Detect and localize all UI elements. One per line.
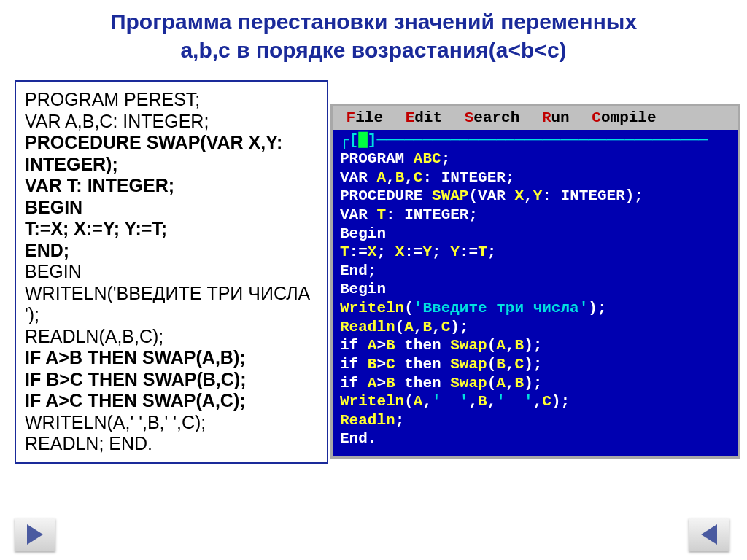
code-line: READLN; END.: [25, 433, 318, 455]
code-line: IF A>B THEN SWAP(A,B);: [25, 347, 318, 369]
ide-code-line: Begin: [340, 225, 730, 244]
ide-code-line: T:=X; X:=Y; Y:=T;: [340, 243, 730, 262]
ide-menubar: File Edit Search Run Compile: [333, 106, 738, 130]
code-line: VAR A,B,C: INTEGER;: [25, 111, 318, 133]
ide-editor: ┌[█]────────────────────────────────────…: [333, 130, 738, 456]
ide-code-line: VAR T: INTEGER;: [340, 206, 730, 225]
code-line: T:=X; X:=Y; Y:=T;: [25, 218, 318, 240]
menu-edit[interactable]: Edit: [406, 109, 442, 128]
code-line: BEGIN: [25, 261, 318, 283]
code-line: PROGRAM PEREST;: [25, 89, 318, 111]
title-line-1: Программа перестановки значений переменн…: [110, 9, 637, 34]
ide-code-line: if B>C then Swap(B,C);: [340, 355, 730, 374]
ide-code-line: PROCEDURE SWAP(VAR X,Y: INTEGER);: [340, 187, 730, 206]
code-line: PROCEDURE SWAP(VAR X,Y: INTEGER);: [25, 132, 318, 175]
ide-code-line: Readln;: [340, 411, 730, 430]
code-line: BEGIN: [25, 197, 318, 219]
code-line: WRITELN(A,' ',B,' ',C);: [25, 412, 318, 434]
code-line: VAR T: INTEGER;: [25, 175, 318, 197]
ide-code-line: Readln(A,B,C);: [340, 318, 730, 337]
code-line: WRITELN('ВВЕДИТЕ ТРИ ЧИСЛА ');: [25, 283, 318, 326]
ide-frame-top: ┌[█]────────────────────────────────────: [340, 131, 730, 150]
content-area: PROGRAM PEREST; VAR A,B,C: INTEGER; PROC…: [15, 73, 732, 518]
ide-code-line: Writeln(A,' ',B,' ',C);: [340, 392, 730, 411]
ide-code-line: Writeln('Введите три числа');: [340, 299, 730, 318]
code-listing-box: PROGRAM PEREST; VAR A,B,C: INTEGER; PROC…: [15, 80, 328, 464]
triangle-left-icon: [701, 524, 717, 545]
slide: Программа перестановки значений переменн…: [0, 0, 747, 560]
prev-button[interactable]: [689, 518, 729, 551]
code-line: READLN(A,B,C);: [25, 326, 318, 348]
ide-window: File Edit Search Run Compile ┌[█]───────…: [330, 104, 740, 459]
menu-search[interactable]: Search: [465, 109, 520, 128]
triangle-right-icon: [27, 524, 43, 545]
ide-code-line: VAR A,B,C: INTEGER;: [340, 168, 730, 187]
code-line: IF B>C THEN SWAP(B,C);: [25, 369, 318, 391]
slide-title: Программа перестановки значений переменн…: [15, 7, 732, 64]
cursor-icon: █: [358, 132, 368, 149]
ide-code-line: PROGRAM ABC;: [340, 149, 730, 168]
code-line: END;: [25, 240, 318, 262]
ide-code-line: if A>B then Swap(A,B);: [340, 336, 730, 355]
ide-code-line: if A>B then Swap(A,B);: [340, 374, 730, 393]
ide-code-line: End.: [340, 429, 730, 448]
nav-buttons: [689, 518, 729, 551]
ide-code-line: End;: [340, 262, 730, 281]
menu-compile[interactable]: Compile: [592, 109, 656, 128]
ide-code-line: Begin: [340, 280, 730, 299]
menu-run[interactable]: Run: [542, 109, 570, 128]
code-line: IF A>C THEN SWAP(A,C);: [25, 390, 318, 412]
title-line-2: a,b,c в порядке возрастания(a<b<c): [180, 38, 566, 62]
next-button[interactable]: [15, 518, 55, 551]
menu-file[interactable]: File: [337, 109, 383, 128]
